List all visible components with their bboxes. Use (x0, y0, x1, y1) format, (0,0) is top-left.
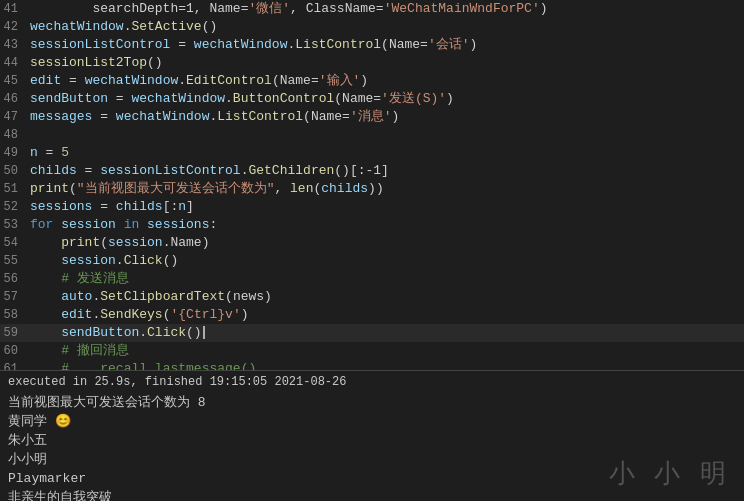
line-content: session.Click() (30, 252, 178, 270)
line-content: edit = wechatWindow.EditControl(Name='输入… (30, 72, 368, 90)
code-line: 59 sendButton.Click() (0, 324, 744, 342)
line-content: print("当前视图最大可发送会话个数为", len(childs)) (30, 180, 384, 198)
line-content: # 撤回消息 (30, 342, 129, 360)
line-number: 44 (0, 54, 30, 72)
line-number: 50 (0, 162, 30, 180)
code-lines-container: 41 searchDepth=1, Name='微信', ClassName='… (0, 0, 744, 370)
code-editor: 41 searchDepth=1, Name='微信', ClassName='… (0, 0, 744, 370)
code-line: 44sessionList2Top() (0, 54, 744, 72)
code-line: 60 # 撤回消息 (0, 342, 744, 360)
line-number: 45 (0, 72, 30, 90)
line-content: sendButton.Click() (30, 324, 205, 342)
code-line: 53for session in sessions: (0, 216, 744, 234)
line-number: 49 (0, 144, 30, 162)
line-number: 42 (0, 18, 30, 36)
code-line: 58 edit.SendKeys('{Ctrl}v') (0, 306, 744, 324)
code-line: 56 # 发送消息 (0, 270, 744, 288)
line-number: 56 (0, 270, 30, 288)
output-area: executed in 25.9s, finished 19:15:05 202… (0, 370, 744, 501)
line-number: 59 (0, 324, 30, 342)
line-content: auto.SetClipboardText(news) (30, 288, 272, 306)
code-line: 42wechatWindow.SetActive() (0, 18, 744, 36)
line-number: 47 (0, 108, 30, 126)
line-number: 52 (0, 198, 30, 216)
line-number: 61 (0, 360, 30, 370)
line-number: 46 (0, 90, 30, 108)
line-content: sessionListControl = wechatWindow.ListCo… (30, 36, 477, 54)
line-number: 48 (0, 126, 30, 144)
code-line: 51print("当前视图最大可发送会话个数为", len(childs)) (0, 180, 744, 198)
code-line: 49n = 5 (0, 144, 744, 162)
code-line: 52sessions = childs[:n] (0, 198, 744, 216)
code-line: 46sendButton = wechatWindow.ButtonContro… (0, 90, 744, 108)
line-content: # 发送消息 (30, 270, 129, 288)
line-content: print(session.Name) (30, 234, 209, 252)
line-number: 54 (0, 234, 30, 252)
code-line: 48 (0, 126, 744, 144)
output-line: Playmarker (8, 469, 736, 488)
line-content: n = 5 (30, 144, 69, 162)
code-line: 41 searchDepth=1, Name='微信', ClassName='… (0, 0, 744, 18)
line-number: 41 (0, 0, 30, 18)
code-line: 43sessionListControl = wechatWindow.List… (0, 36, 744, 54)
execution-status: executed in 25.9s, finished 19:15:05 202… (8, 375, 736, 389)
line-number: 60 (0, 342, 30, 360)
code-line: 45edit = wechatWindow.EditControl(Name='… (0, 72, 744, 90)
line-content: sessions = childs[:n] (30, 198, 194, 216)
line-content: for session in sessions: (30, 216, 217, 234)
line-number: 55 (0, 252, 30, 270)
output-line: 非亲生的自我突破 (8, 488, 736, 501)
line-content: wechatWindow.SetActive() (30, 18, 217, 36)
line-content: edit.SendKeys('{Ctrl}v') (30, 306, 249, 324)
output-line: 朱小五 (8, 431, 736, 450)
code-line: 55 session.Click() (0, 252, 744, 270)
line-content: sendButton = wechatWindow.ButtonControl(… (30, 90, 454, 108)
output-lines-container: 当前视图最大可发送会话个数为 8黄同学 😊朱小五小小明Playmarker非亲生… (8, 393, 736, 501)
line-content: # recall_lastmessage() (30, 360, 256, 370)
code-line: 57 auto.SetClipboardText(news) (0, 288, 744, 306)
line-number: 53 (0, 216, 30, 234)
line-number: 57 (0, 288, 30, 306)
code-line: 54 print(session.Name) (0, 234, 744, 252)
line-number: 43 (0, 36, 30, 54)
code-line: 50childs = sessionListControl.GetChildre… (0, 162, 744, 180)
output-line: 当前视图最大可发送会话个数为 8 (8, 393, 736, 412)
line-content: messages = wechatWindow.ListControl(Name… (30, 108, 399, 126)
line-content: sessionList2Top() (30, 54, 163, 72)
code-line: 61 # recall_lastmessage() (0, 360, 744, 370)
output-line: 小小明 (8, 450, 736, 469)
code-line: 47messages = wechatWindow.ListControl(Na… (0, 108, 744, 126)
line-content: searchDepth=1, Name='微信', ClassName='WeC… (30, 0, 548, 18)
line-number: 58 (0, 306, 30, 324)
line-content: childs = sessionListControl.GetChildren(… (30, 162, 389, 180)
line-number: 51 (0, 180, 30, 198)
output-line: 黄同学 😊 (8, 412, 736, 431)
